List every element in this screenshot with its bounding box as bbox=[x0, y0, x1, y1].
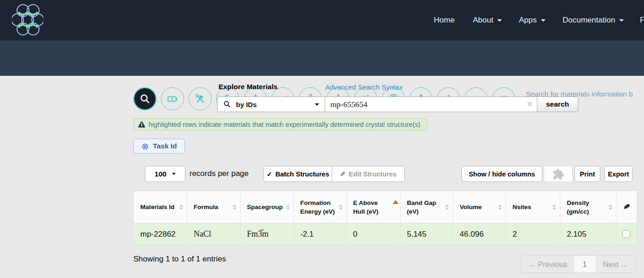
batch-structures-button[interactable]: ✓ Batch Structures bbox=[264, 166, 332, 182]
pagination: ← Previous 1 Next → bbox=[521, 255, 636, 273]
materials-project-logo-icon[interactable] bbox=[12, 4, 43, 36]
nav-item-cutoff-label: F bbox=[640, 16, 644, 25]
search-bar: by IDs mp-655654 × search bbox=[217, 96, 578, 112]
page-title: Explore Materials bbox=[218, 83, 277, 91]
column-header-formula[interactable]: Formula bbox=[187, 191, 241, 223]
battery-icon[interactable] bbox=[161, 87, 184, 110]
column-header-nsites[interactable]: Nsites bbox=[506, 191, 560, 223]
check-icon: ✓ bbox=[267, 170, 272, 178]
remove-filter-icon[interactable]: ⊗ bbox=[141, 142, 149, 151]
column-label: E Above Hull (eV) bbox=[353, 199, 389, 216]
sort-icon[interactable] bbox=[498, 204, 502, 210]
search-mode-label: by IDs bbox=[236, 101, 257, 108]
edit-structures-label: Edit Structures bbox=[349, 170, 397, 178]
column-label: Density (gm/cc) bbox=[567, 199, 605, 216]
showing-entries-label: Showing 1 to 1 of 1 entries bbox=[133, 255, 226, 264]
cell-band-gap: 5.145 bbox=[400, 224, 453, 244]
nav-item-documentation-label: Documentation bbox=[563, 16, 615, 25]
alert-text: highlighted rows indicate materials that… bbox=[149, 121, 420, 128]
results-table-header: Materials Id Formula Spacegroup Formatio… bbox=[133, 191, 637, 223]
nav-item-about-label: About bbox=[473, 16, 493, 25]
highlight-info-alert: highlighted rows indicate materials that… bbox=[133, 119, 427, 130]
cell-materials-id[interactable]: mp-22862 bbox=[134, 224, 187, 244]
nav-item-home[interactable]: Home bbox=[434, 0, 454, 40]
records-per-page-label: records per page bbox=[190, 169, 249, 178]
advanced-search-syntax-link[interactable]: Advanced Search Syntax bbox=[325, 83, 402, 91]
nav-item-about[interactable]: About bbox=[473, 0, 502, 40]
sort-icon[interactable] bbox=[552, 204, 556, 210]
structures-button-group: ✓ Batch Structures ✎ Edit Structures bbox=[264, 166, 405, 182]
edit-structures-button[interactable]: ✎ Edit Structures bbox=[332, 166, 405, 182]
column-label: Volume bbox=[460, 203, 482, 211]
previous-page-button[interactable]: ← Previous bbox=[522, 256, 574, 272]
chevron-down-icon bbox=[315, 103, 319, 106]
pencil-icon: ✎ bbox=[623, 202, 631, 212]
column-header-formation-energy[interactable]: Formation Energy (eV) bbox=[294, 191, 347, 223]
sort-ascending-icon[interactable] bbox=[393, 200, 398, 204]
column-label: Nsites bbox=[512, 203, 531, 211]
search-mode-dropdown[interactable]: by IDs bbox=[217, 96, 325, 112]
sort-icon[interactable] bbox=[609, 204, 612, 210]
task-id-filter-chip[interactable]: ⊗ Task Id bbox=[133, 139, 185, 153]
chevron-down-icon bbox=[541, 19, 546, 22]
column-header-e-above-hull[interactable]: E Above Hull (eV) bbox=[347, 191, 401, 223]
cell-formula: NaCl bbox=[187, 224, 241, 244]
info-icon bbox=[138, 121, 145, 128]
print-button[interactable]: Print bbox=[575, 166, 600, 182]
search-input[interactable]: mp-655654 × bbox=[325, 96, 537, 112]
page-number-button[interactable]: 1 bbox=[574, 256, 596, 272]
column-header-volume[interactable]: Volume bbox=[453, 191, 506, 223]
column-label: Spacegroup bbox=[247, 203, 283, 211]
export-button[interactable]: Export bbox=[604, 166, 632, 182]
task-id-chip-label: Task Id bbox=[153, 142, 177, 150]
column-header-spacegroup[interactable]: Spacegroup bbox=[241, 191, 294, 223]
page-size-value: 100 bbox=[155, 170, 167, 178]
sort-icon[interactable] bbox=[339, 204, 343, 210]
top-navbar: Home About Apps Documentation F bbox=[0, 0, 644, 40]
cell-e-above-hull: 0 bbox=[347, 224, 401, 244]
search-small-icon bbox=[223, 100, 231, 108]
cell-select bbox=[616, 224, 637, 244]
nav-item-documentation[interactable]: Documentation bbox=[563, 0, 624, 40]
sort-icon[interactable] bbox=[445, 204, 449, 210]
nav-item-apps[interactable]: Apps bbox=[519, 0, 546, 40]
cell-spacegroup: Fm3̅m bbox=[241, 224, 294, 244]
tools-icon[interactable] bbox=[189, 87, 212, 110]
sort-icon[interactable] bbox=[233, 204, 236, 210]
nav-item-home-label: Home bbox=[434, 16, 454, 25]
column-label: Band Gap (eV) bbox=[407, 199, 442, 216]
column-header-density[interactable]: Density (gm/cc) bbox=[560, 191, 616, 223]
show-hide-columns-button[interactable]: Show / hide columns bbox=[461, 166, 542, 182]
chevron-down-icon bbox=[619, 19, 624, 22]
materials-explorer-page: Home About Apps Documentation F bbox=[0, 0, 644, 278]
column-label: Formula bbox=[194, 203, 218, 211]
nav-item-cutoff[interactable]: F bbox=[640, 0, 644, 40]
column-label: Materials Id bbox=[140, 203, 174, 211]
sort-icon[interactable] bbox=[286, 204, 290, 210]
cell-formation-energy: -2.1 bbox=[294, 224, 347, 244]
column-label: Formation Energy (eV) bbox=[300, 199, 335, 216]
sort-icon[interactable] bbox=[179, 204, 183, 210]
column-header-edit[interactable]: ✎ bbox=[616, 191, 637, 223]
search-input-value: mp-655654 bbox=[330, 100, 368, 109]
batch-structures-label: Batch Structures bbox=[276, 170, 329, 178]
search-button[interactable]: search bbox=[537, 96, 578, 112]
chevron-down-icon bbox=[172, 173, 176, 175]
clear-input-icon[interactable]: × bbox=[527, 98, 533, 110]
chevron-down-icon bbox=[497, 19, 502, 22]
puzzle-icon bbox=[552, 167, 565, 181]
plugin-button[interactable] bbox=[544, 166, 573, 182]
nav-item-apps-label: Apps bbox=[519, 16, 537, 25]
row-checkbox[interactable] bbox=[622, 230, 630, 238]
cell-volume: 46.096 bbox=[453, 224, 506, 244]
column-header-band-gap[interactable]: Band Gap (eV) bbox=[401, 191, 454, 223]
table-row[interactable]: mp-22862 NaCl Fm3̅m -2.1 0 5.145 46.096 … bbox=[133, 224, 637, 245]
column-header-materials-id[interactable]: Materials Id bbox=[134, 191, 187, 223]
page-size-dropdown[interactable]: 100 bbox=[145, 166, 185, 182]
cell-density: 2.105 bbox=[560, 224, 616, 244]
app-icon-bar: Search for materials information b or pr… bbox=[0, 40, 644, 76]
pencil-icon: ✎ bbox=[340, 170, 345, 178]
cell-nsites: 2 bbox=[506, 224, 560, 244]
next-page-button[interactable]: Next → bbox=[596, 256, 636, 272]
search-icon[interactable] bbox=[133, 87, 156, 110]
